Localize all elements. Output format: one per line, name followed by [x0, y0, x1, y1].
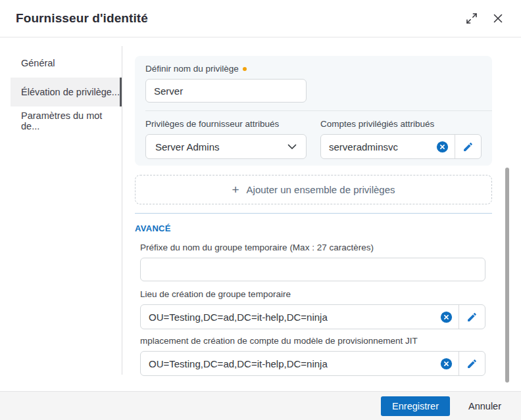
advanced-fields: Préfixe du nom du groupe temporaire (Max… — [140, 243, 485, 376]
dialog-header: Fournisseur d'identité — [0, 0, 521, 37]
plus-icon: + — [232, 183, 239, 196]
form-panel: Définir nom du privilège Privilèges de f… — [122, 37, 521, 391]
chevron-down-icon — [287, 144, 297, 150]
clear-group-location-button[interactable] — [440, 311, 453, 323]
sidebar-item-privilege-elevation[interactable]: Élévation de privilège... — [11, 78, 122, 106]
identity-provider-dialog: Fournisseur d'identité Général Élévation… — [0, 0, 521, 420]
edit-group-location-button[interactable] — [459, 312, 485, 323]
pencil-icon — [462, 141, 474, 152]
sidebar-item-password-settings[interactable]: Paramètres du mot de... — [0, 106, 122, 135]
save-button[interactable]: Enregistrer — [381, 396, 450, 416]
x-circle-icon — [440, 358, 453, 370]
group-location-label: Lieu de création de groupe temporaire — [140, 289, 485, 299]
dialog-footer: Enregistrer Annuler — [0, 391, 521, 420]
scrollbar-thumb[interactable] — [505, 168, 509, 383]
clear-account-button[interactable] — [436, 141, 449, 153]
group-location-value: OU=Testing,DC=ad,DC=it-help,DC=ninja — [141, 312, 440, 323]
jit-location-label: mplacement de création de compte du modè… — [140, 336, 485, 346]
group-prefix-input[interactable] — [140, 258, 485, 281]
advanced-section-title: AVANCÉ — [135, 223, 521, 233]
sidebar-item-label: Élévation de privilège... — [21, 87, 120, 97]
close-icon — [492, 12, 504, 24]
privilege-card: Définir nom du privilège Privilèges de f… — [135, 56, 492, 166]
privileged-accounts-field[interactable]: serveradminsvc — [320, 134, 482, 159]
jit-location-field[interactable]: OU=Testing,DC=ad,DC=it-help,DC=ninja — [140, 351, 485, 376]
sidebar-divider — [122, 46, 122, 375]
sidebar: Général Élévation de privilège... Paramè… — [0, 37, 122, 391]
privileged-accounts-label: Comptes privilégiés attribués — [320, 119, 482, 129]
provider-privileges-label: Privilèges de fournisseur attribués — [145, 119, 307, 129]
sidebar-item-label: Paramètres du mot de... — [21, 110, 122, 131]
add-privilege-set-label: Ajouter un ensemble de privilèges — [247, 184, 395, 195]
cancel-button[interactable]: Annuler — [468, 401, 501, 411]
privilege-name-input[interactable] — [145, 79, 307, 103]
sidebar-item-general[interactable]: Général — [0, 49, 122, 78]
clear-jit-location-button[interactable] — [440, 358, 453, 370]
add-privilege-set-button[interactable]: + Ajouter un ensemble de privilèges — [135, 175, 492, 204]
provider-privileges-select[interactable]: Server Admins — [145, 134, 307, 159]
dialog-body: Général Élévation de privilège... Paramè… — [0, 37, 521, 391]
selected-option: Server Admins — [155, 141, 220, 152]
dialog-title: Fournisseur d'identité — [16, 11, 464, 26]
privileged-account-value: serveradminsvc — [321, 141, 436, 152]
privilege-name-label: Définir nom du privilège — [145, 64, 482, 74]
expand-button[interactable] — [464, 11, 480, 26]
required-dot-icon — [243, 67, 247, 71]
advanced-divider — [135, 213, 492, 214]
x-circle-icon — [440, 311, 453, 323]
group-prefix-label: Préfixe du nom du groupe temporaire (Max… — [140, 243, 485, 252]
pencil-icon — [466, 312, 478, 323]
close-button[interactable] — [491, 11, 505, 26]
x-circle-icon — [436, 141, 449, 153]
edit-account-button[interactable] — [455, 141, 481, 152]
jit-location-value: OU=Testing,DC=ad,DC=it-help,DC=ninja — [141, 358, 440, 369]
sidebar-item-label: Général — [21, 58, 55, 68]
edit-jit-location-button[interactable] — [459, 358, 485, 369]
group-location-field[interactable]: OU=Testing,DC=ad,DC=it-help,DC=ninja — [140, 304, 485, 329]
expand-icon — [465, 12, 478, 25]
pencil-icon — [466, 358, 478, 369]
